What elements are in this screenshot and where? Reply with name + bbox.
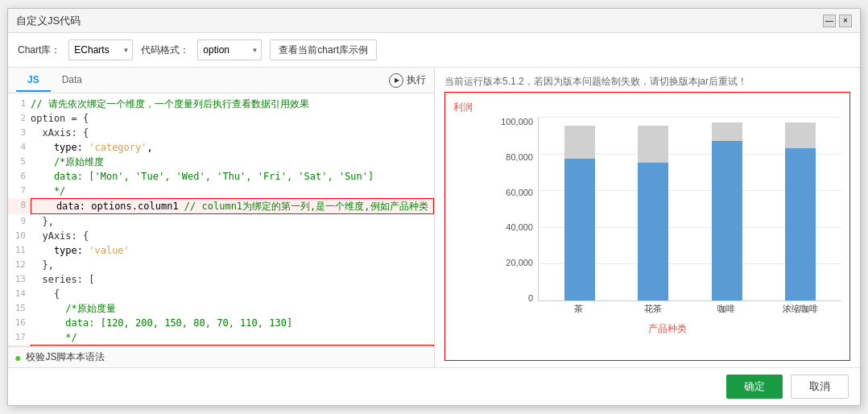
tab-js[interactable]: JS (16, 69, 51, 92)
chart-x-title: 产品种类 (494, 322, 841, 336)
code-line-highlight: 8 data: options.column1 // column1为绑定的第一… (8, 198, 434, 214)
code-format-select-wrapper: option (197, 39, 262, 60)
dialog-title: 自定义JS代码 (16, 14, 81, 28)
main-content: JS Data ▶ 执行 1 // 请先依次绑定一个维度，一个度量列后执行查看数… (8, 68, 860, 367)
code-line: 6 data: ['Mon', 'Tue', 'Wed', 'Thu', 'Fr… (8, 169, 434, 184)
view-example-button[interactable]: 查看当前chart库示例 (270, 39, 377, 60)
code-line: 16 data: [120, 200, 150, 80, 70, 110, 13… (8, 316, 434, 330)
bar-group-1 (555, 117, 605, 300)
status-icon: ● (14, 351, 21, 364)
y-label: 80,000 (506, 152, 533, 162)
footer: 确定 取消 (8, 367, 860, 405)
y-label: 40,000 (506, 222, 533, 232)
x-label-1: 茶 (554, 303, 604, 319)
bar-group-2 (629, 117, 679, 300)
notice-text: 当前运行版本5.1.2，若因为版本问题绘制失败，请切换版本jar后重试！ (444, 74, 850, 89)
run-icon: ▶ (389, 73, 403, 88)
tabs-left: JS Data (16, 69, 93, 92)
bar-group-4 (776, 117, 826, 300)
y-label: 20,000 (506, 258, 533, 267)
code-line: 10 yAxis: { (8, 229, 434, 243)
chart-container: 利润 100,000 80,000 60,000 40,000 20,000 0 (444, 92, 850, 361)
code-line: 15 /*原始度量 (8, 301, 434, 316)
cancel-button[interactable]: 取消 (791, 375, 849, 399)
chart-lib-select[interactable]: ECharts (68, 39, 133, 60)
title-bar: 自定义JS代码 — × (8, 9, 860, 33)
tabs-bar: JS Data ▶ 执行 (8, 68, 434, 93)
title-controls: — × (823, 14, 852, 27)
bar-blue-3 (712, 141, 742, 300)
code-line: 1 // 请先依次绑定一个维度，一个度量列后执行查看数据引用效果 (8, 97, 434, 111)
bar-blue-4 (785, 148, 816, 300)
bar-blue-2 (638, 163, 668, 300)
status-text: 校验JS脚本本语法 (26, 350, 105, 364)
bar-gray-4 (785, 122, 816, 148)
run-button[interactable]: ▶ 执行 (389, 73, 426, 88)
x-label-2: 花茶 (628, 303, 678, 319)
chart-lib-label: Chart库： (18, 43, 60, 57)
y-label: 100,000 (501, 117, 533, 126)
code-line: 11 type: 'value' (8, 243, 434, 258)
toolbar: Chart库： ECharts 代码格式： option 查看当前chart库示… (8, 33, 860, 68)
x-label-3: 咖啡 (702, 303, 752, 319)
code-line: 2 option = { (8, 111, 434, 126)
code-line: 7 */ (8, 184, 434, 198)
status-bar: ● 校验JS脚本本语法 (8, 346, 434, 367)
code-line: 13 series: [ (8, 272, 434, 287)
close-button[interactable]: × (839, 14, 852, 27)
code-line: 9 }, (8, 214, 434, 229)
bar-group-3 (702, 117, 752, 300)
code-line: 5 /*原始维度 (8, 155, 434, 169)
code-editor[interactable]: 1 // 请先依次绑定一个维度，一个度量列后执行查看数据引用效果 2 optio… (8, 93, 434, 346)
run-label: 执行 (407, 73, 426, 87)
bar-gray-1 (564, 126, 595, 159)
minimize-button[interactable]: — (823, 14, 836, 27)
code-line: 12 }, (8, 258, 434, 272)
code-line: 3 xAxis: { (8, 126, 434, 140)
chart-lib-select-wrapper: ECharts (68, 39, 133, 60)
code-line: 14 { (8, 287, 434, 301)
code-line: 4 type: 'category', (8, 140, 434, 155)
preview-panel: 当前运行版本5.1.2，若因为版本问题绘制失败，请切换版本jar后重试！ 利润 … (435, 68, 860, 367)
code-format-label: 代码格式： (141, 43, 189, 57)
bar-gray-3 (712, 122, 742, 141)
confirm-button[interactable]: 确定 (726, 375, 783, 399)
chart-y-title: 利润 (453, 101, 473, 114)
bar-blue-1 (564, 159, 595, 300)
code-line: 17 */ (8, 330, 434, 345)
bar-gray-2 (638, 126, 668, 163)
dialog: 自定义JS代码 — × Chart库： ECharts 代码格式： option… (7, 8, 861, 406)
y-label: 60,000 (506, 188, 533, 197)
editor-panel: JS Data ▶ 执行 1 // 请先依次绑定一个维度，一个度量列后执行查看数… (8, 68, 435, 367)
y-label: 0 (528, 293, 533, 303)
tab-data[interactable]: Data (51, 69, 93, 92)
x-label-4: 浓缩咖啡 (775, 303, 825, 319)
code-format-select[interactable]: option (197, 39, 262, 60)
